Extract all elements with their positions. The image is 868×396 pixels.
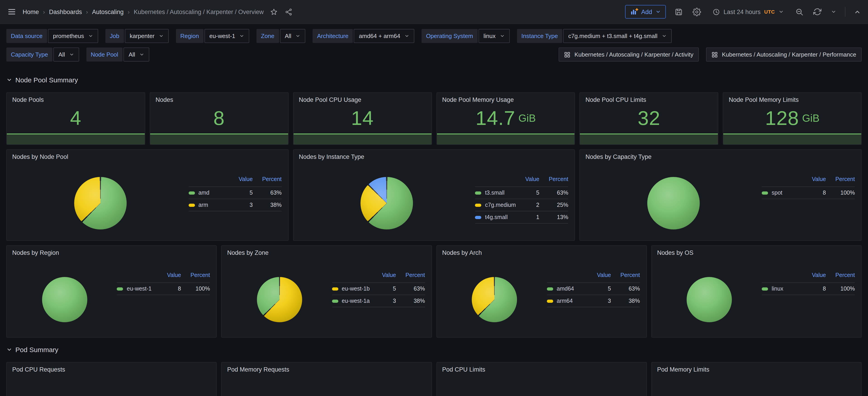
series-percent: 63% bbox=[539, 187, 568, 199]
legend-series-toggle[interactable]: arm64 bbox=[547, 298, 590, 304]
pie-panels-row-1: Nodes by Node Pool Value Percent amd 5 6… bbox=[6, 149, 862, 241]
legend-value-header[interactable]: Value bbox=[805, 272, 826, 283]
legend-percent-header[interactable]: Percent bbox=[253, 176, 282, 187]
series-value: 3 bbox=[375, 295, 396, 307]
panel-title[interactable]: Nodes by Zone bbox=[222, 246, 432, 256]
legend-value-header[interactable]: Value bbox=[160, 272, 181, 283]
series-label: eu-west-1a bbox=[342, 298, 370, 304]
filters-bar: Data source prometheus Job karpenter Reg… bbox=[0, 24, 868, 65]
legend-series-toggle[interactable]: linux bbox=[762, 285, 805, 292]
kiosk-caret-icon[interactable] bbox=[853, 7, 862, 16]
variable-value-dropdown[interactable]: linux bbox=[478, 29, 510, 43]
dashboard-link-label: Kubernetes / Autoscaling / Karpenter / A… bbox=[575, 51, 693, 58]
panel-title[interactable]: Node Pool Memory Limits bbox=[723, 93, 861, 103]
variable-value-dropdown[interactable]: c7g.medium + t3.small + t4g.small bbox=[563, 29, 672, 43]
legend-series-toggle[interactable]: spot bbox=[762, 190, 805, 196]
panel-title[interactable]: Pod Memory Requests bbox=[222, 363, 432, 373]
legend-value-header[interactable]: Value bbox=[519, 176, 539, 187]
panel-title[interactable]: Nodes by Node Pool bbox=[7, 150, 288, 160]
legend-series-toggle[interactable]: amd64 bbox=[547, 285, 590, 292]
stat-sparkline bbox=[580, 133, 718, 144]
stat-number: 14 bbox=[351, 107, 374, 129]
legend-percent-header[interactable]: Percent bbox=[181, 272, 210, 283]
stat-sparkline bbox=[7, 133, 145, 144]
legend-row: eu-west-1b 5 63% bbox=[332, 283, 425, 295]
legend-percent-header[interactable]: Percent bbox=[539, 176, 568, 187]
variable-label: Data source bbox=[6, 29, 47, 43]
legend-value-header[interactable]: Value bbox=[375, 272, 396, 283]
legend-series-toggle[interactable]: eu-west-1 bbox=[117, 285, 160, 292]
add-button[interactable]: Add bbox=[625, 5, 665, 19]
legend-percent-header[interactable]: Percent bbox=[826, 272, 855, 283]
share-icon[interactable] bbox=[284, 7, 293, 17]
stat-value: 14 bbox=[293, 104, 431, 132]
legend-value-header[interactable]: Value bbox=[805, 176, 826, 187]
legend-value-header[interactable]: Value bbox=[590, 272, 611, 283]
panel-title[interactable]: Node Pool CPU Usage bbox=[293, 93, 431, 103]
panel-title[interactable]: Pod Memory Limits bbox=[652, 363, 862, 373]
dashboard-canvas: Node Pool Summary Node Pools 4 Nodes 8 N… bbox=[0, 65, 868, 396]
legend-series-toggle[interactable]: eu-west-1a bbox=[332, 298, 375, 304]
legend-row: t4g.small 1 13% bbox=[475, 211, 568, 223]
legend-percent-header[interactable]: Percent bbox=[826, 176, 855, 187]
legend-header-row: Value Percent bbox=[332, 272, 425, 283]
variable-value-dropdown[interactable]: All bbox=[124, 48, 149, 62]
breadcrumb-autoscaling[interactable]: Autoscaling bbox=[92, 8, 124, 15]
variable-label: Instance Type bbox=[517, 29, 562, 43]
panel-title[interactable]: Nodes by OS bbox=[652, 246, 862, 256]
legend-row: eu-west-1a 3 38% bbox=[332, 295, 425, 307]
variable-value-dropdown[interactable]: All bbox=[53, 48, 79, 62]
legend-value-header[interactable]: Value bbox=[232, 176, 253, 187]
refresh-icon[interactable] bbox=[812, 7, 822, 17]
variable-filter: Capacity Type All bbox=[6, 48, 79, 62]
variable-value: prometheus bbox=[53, 33, 84, 39]
legend-percent-header[interactable]: Percent bbox=[611, 272, 640, 283]
panel-title[interactable]: Nodes by Arch bbox=[437, 246, 646, 256]
time-range-label: Last 24 hours bbox=[723, 8, 761, 15]
legend-row: t3.small 5 63% bbox=[475, 187, 568, 199]
legend-series-toggle[interactable]: amd bbox=[188, 190, 232, 196]
series-value: 8 bbox=[805, 283, 826, 295]
variable-value-dropdown[interactable]: amd64 + arm64 bbox=[354, 29, 414, 43]
legend-series-toggle[interactable]: t3.small bbox=[475, 190, 519, 196]
series-color-chip bbox=[475, 216, 482, 219]
breadcrumb-dashboards[interactable]: Dashboards bbox=[49, 8, 82, 15]
variable-filter: Operating System linux bbox=[422, 29, 510, 43]
panel-title[interactable]: Nodes by Instance Type bbox=[293, 150, 575, 160]
section-node-pool-summary[interactable]: Node Pool Summary bbox=[6, 73, 862, 86]
series-label: t3.small bbox=[485, 190, 504, 196]
time-range-picker[interactable]: Last 24 hours UTC bbox=[710, 7, 786, 16]
series-label: linux bbox=[772, 285, 783, 292]
panel-title[interactable]: Node Pool CPU Limits bbox=[580, 93, 718, 103]
breadcrumb-home[interactable]: Home bbox=[23, 8, 39, 15]
panel-title[interactable]: Pod CPU Limits bbox=[437, 363, 646, 373]
section-pod-summary[interactable]: Pod Summary bbox=[6, 343, 862, 356]
legend-header-row: Value Percent bbox=[475, 176, 568, 187]
variable-value-dropdown[interactable]: All bbox=[280, 29, 305, 43]
gear-icon[interactable] bbox=[691, 6, 702, 17]
variable-value-dropdown[interactable]: prometheus bbox=[48, 29, 98, 43]
save-icon[interactable] bbox=[673, 6, 684, 17]
legend-percent-header[interactable]: Percent bbox=[396, 272, 425, 283]
legend-series-toggle[interactable]: eu-west-1b bbox=[332, 285, 375, 292]
legend-series-toggle[interactable]: c7g.medium bbox=[475, 202, 519, 208]
menu-icon[interactable] bbox=[6, 6, 17, 17]
series-label: amd bbox=[198, 190, 210, 196]
panel-title[interactable]: Nodes by Capacity Type bbox=[580, 150, 861, 160]
variable-value-dropdown[interactable]: eu-west-1 bbox=[205, 29, 249, 43]
panel-title[interactable]: Node Pools bbox=[7, 93, 145, 103]
variable-value-dropdown[interactable]: karpenter bbox=[125, 29, 168, 43]
chevron-down-icon bbox=[88, 33, 93, 38]
star-icon[interactable] bbox=[269, 7, 279, 17]
panel-title[interactable]: Nodes bbox=[150, 93, 288, 103]
dashboard-link-button[interactable]: Kubernetes / Autoscaling / Karpenter / P… bbox=[706, 48, 862, 62]
dashboard-link-button[interactable]: Kubernetes / Autoscaling / Karpenter / A… bbox=[559, 48, 699, 62]
panel-title[interactable]: Pod CPU Requests bbox=[7, 363, 216, 373]
legend-series-toggle[interactable]: t4g.small bbox=[475, 214, 519, 220]
series-color-chip bbox=[547, 287, 553, 290]
legend-series-toggle[interactable]: arm bbox=[188, 202, 232, 208]
panel-title[interactable]: Node Pool Memory Usage bbox=[437, 93, 575, 103]
panel-title[interactable]: Nodes by Region bbox=[7, 246, 216, 256]
zoom-out-icon[interactable] bbox=[794, 6, 805, 17]
refresh-interval-dropdown[interactable] bbox=[830, 8, 837, 16]
